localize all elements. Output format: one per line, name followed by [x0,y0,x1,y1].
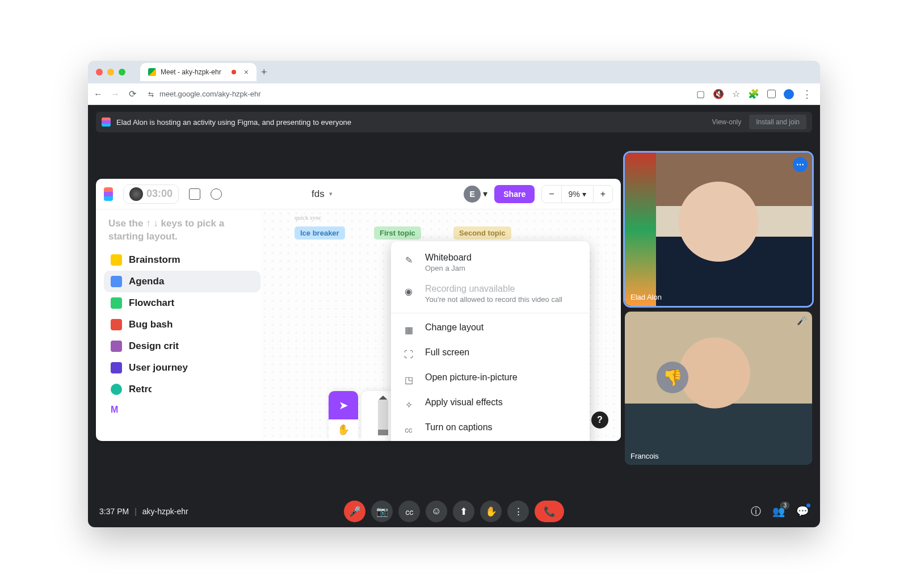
template-retrospective[interactable]: Retrospective [104,379,260,400]
canvas-title: quick sync [295,214,321,221]
menu-pip[interactable]: ◳Open picture-in-picture [391,367,590,392]
mic-toggle-button[interactable]: 🎤 [344,501,365,522]
user-avatar[interactable]: E [464,186,481,203]
zoom-in-button[interactable]: + [594,186,612,203]
template-agenda[interactable]: Agenda [104,271,260,292]
view-only-label: View-only [712,118,741,126]
browser-tab[interactable]: Meet - aky-hzpk-ehr × [140,63,257,81]
cast-icon[interactable]: ▢ [696,89,705,99]
window-close-icon[interactable] [96,69,103,75]
video-feed [625,312,812,465]
calendar-icon [111,276,122,287]
template-sidebar: Use the ↑ ↓ keys to pick a starting layo… [96,209,260,441]
menu-full-screen[interactable]: ⛶Full screen [391,342,590,367]
document-name[interactable]: fds ▾ [312,188,333,200]
template-bugbash[interactable]: Bug bash [104,314,260,335]
comment-icon[interactable] [211,188,222,200]
marker-icon [378,396,388,435]
figma-toolbar: 03:00 fds ▾ E ▾ Share − 9% ▾ [96,179,621,209]
section-second-topic[interactable]: Second topic [453,226,511,240]
figjam-canvas[interactable]: quick sync Ice breaker First topic Secon… [260,209,621,441]
camera-toggle-button[interactable]: 📷 [371,501,393,522]
pencil-icon: ✎ [402,254,415,266]
menu-whiteboard[interactable]: ✎ WhiteboardOpen a Jam [391,247,590,278]
template-brainstorm[interactable]: Brainstorm [104,249,260,271]
new-tab-button[interactable]: + [261,66,267,78]
template-designcrit[interactable]: Design crit [104,335,260,357]
captions-button[interactable]: ㏄ [398,501,420,522]
bug-icon [111,319,122,330]
leave-call-button[interactable]: 📞 [535,501,564,522]
extensions-icon[interactable]: 🧩 [748,89,759,99]
bookmark-icon[interactable]: ☆ [732,89,740,99]
meet-bottom-bar: 3:37 PM | aky-hzpk-ehr 🎤 📷 ㏄ ☺ ⬆ ✋ ⋮ 📞 ⓘ… [88,495,820,527]
sparkle-icon: ✧ [402,398,415,411]
meeting-details-button[interactable]: ⓘ [751,505,761,518]
menu-recording-disabled: ◉ Recording unavailableYou're not allowe… [391,278,590,309]
people-button[interactable]: 👥 3 [772,505,785,518]
raise-hand-button[interactable]: ✋ [480,501,502,522]
recording-indicator-icon [232,70,236,74]
chevron-down-icon[interactable]: ▾ [483,188,487,199]
participant-name: Francois [630,452,659,460]
template-userjourney[interactable]: User journey [104,357,260,379]
flow-icon [111,297,122,309]
chat-button[interactable]: 💬 [796,505,809,518]
tool-select[interactable]: ➤ ✋ [329,391,358,440]
chat-icon: 💬 [796,506,809,517]
tile-options-icon[interactable]: ⋯ [793,157,808,172]
cursor-icon: ➤ [329,391,358,419]
call-controls: 🎤 📷 ㏄ ☺ ⬆ ✋ ⋮ 📞 [344,501,564,522]
more-templates-link[interactable]: M [104,400,260,419]
back-button[interactable]: ← [94,90,103,99]
video-tile-elad[interactable]: ⋯ Elad Alon [625,153,812,306]
present-button[interactable]: ⬆ [453,501,474,522]
video-tile-francois[interactable]: 👎 🎤̸ Francois [625,312,812,465]
chrome-menu-icon[interactable]: ⋮ [802,88,811,100]
people-count: 3 [780,502,789,509]
thumbs-down-reaction-icon: 👎 [657,362,688,393]
cc-icon: ㏄ [402,423,415,436]
map-icon [111,362,122,373]
timer-value: 03:00 [146,188,173,200]
reactions-button[interactable]: ☺ [426,501,447,522]
window-minimize-icon[interactable] [107,69,114,75]
figma-logo-icon[interactable] [104,187,113,201]
tab-title: Meet - aky-hzpk-ehr [161,68,221,76]
mute-tab-icon[interactable]: 🔇 [713,89,724,99]
menu-captions[interactable]: ㏄Turn on captions [391,417,590,441]
section-first-topic[interactable]: First topic [374,226,421,240]
url-text: meet.google.com/aky-hzpk-ehr [159,90,260,98]
more-options-button[interactable]: ⋮ [507,501,529,522]
reload-button[interactable]: ⟳ [128,90,137,99]
help-button[interactable]: ? [591,411,608,429]
menu-visual-effects[interactable]: ✧Apply visual effects [391,392,590,417]
template-flowchart[interactable]: Flowchart [104,292,260,314]
figma-icon [102,117,111,127]
tab-strip: Meet - aky-hzpk-ehr × + [88,61,820,83]
section-ice-breaker[interactable]: Ice breaker [295,226,345,240]
browser-window: Meet - aky-hzpk-ehr × + ← → ⟳ ⇆ meet.goo… [88,61,820,527]
tab-close-icon[interactable]: × [244,68,249,77]
participant-tiles: ⋯ Elad Alon 👎 🎤̸ Francois [625,153,812,465]
window-zoom-icon[interactable] [119,69,125,75]
address-field[interactable]: ⇆ meet.google.com/aky-hzpk-ehr [148,90,260,98]
layout-grid-icon[interactable] [189,188,200,200]
profile-avatar-icon[interactable] [784,89,794,99]
emoji-icon: ☺ [431,506,441,517]
video-feed [625,153,812,306]
hand-icon: ✋ [329,419,358,440]
zoom-level[interactable]: 9% ▾ [562,186,594,202]
more-options-menu: ✎ WhiteboardOpen a Jam ◉ Recording unava… [391,241,590,441]
zoom-out-button[interactable]: − [542,186,561,203]
lightbulb-icon [111,254,122,266]
forward-button[interactable]: → [111,90,120,99]
sidepanel-icon[interactable] [767,90,776,98]
site-info-icon[interactable]: ⇆ [148,90,154,98]
figjam-timer[interactable]: 03:00 [123,184,179,204]
share-button[interactable]: Share [494,185,535,203]
install-join-button[interactable]: Install and join [749,115,806,129]
camera-icon: 📷 [376,506,388,518]
menu-change-layout[interactable]: ▦Change layout [391,317,590,342]
meet-favicon-icon [148,68,156,76]
